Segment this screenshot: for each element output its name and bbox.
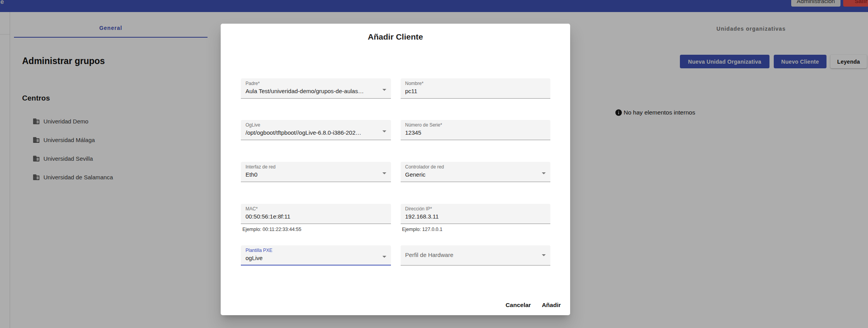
field-value: 00:50:56:1e:8f:11 xyxy=(246,213,381,220)
oglive-select[interactable]: OgLive /opt/ogboot/tftpboot//ogLive-6.8.… xyxy=(241,120,391,140)
serial-number-field[interactable]: Número de Serie* 12345 xyxy=(401,120,551,140)
field-label: MAC* xyxy=(246,206,258,212)
field-placeholder: Perfil de Hardware xyxy=(405,245,453,265)
app-window: e Administración Salir General Administr… xyxy=(0,0,868,328)
parent-select[interactable]: Padre* Aula Test/univeridad-demo/grupos-… xyxy=(241,78,391,99)
mac-hint: Ejemplo: 00:11:22:33:44:55 xyxy=(242,227,301,232)
name-field[interactable]: Nombre* pc11 xyxy=(401,78,551,99)
mac-field[interactable]: MAC* 00:50:56:1e:8f:11 Ejemplo: 00:11:22… xyxy=(241,204,391,224)
field-value: Eth0 xyxy=(246,171,381,178)
hardware-profile-select[interactable]: Perfil de Hardware xyxy=(401,245,551,266)
chevron-down-icon xyxy=(382,89,386,91)
dialog-title: Añadir Cliente xyxy=(221,32,570,42)
field-label: Controlador de red xyxy=(405,164,444,170)
field-label: Nombre* xyxy=(405,81,424,86)
pxe-template-select[interactable]: Plantilla PXE ogLive xyxy=(241,245,391,266)
field-value: 192.168.3.11 xyxy=(405,213,541,220)
field-label: OgLive xyxy=(246,122,260,128)
field-value: /opt/ogboot/tftpboot//ogLive-6.8.0-i386-… xyxy=(246,129,381,136)
cancel-button[interactable]: Cancelar xyxy=(501,298,534,312)
chevron-down-icon xyxy=(542,172,546,174)
network-interface-select[interactable]: Interfaz de red Eth0 xyxy=(241,162,391,182)
chevron-down-icon xyxy=(542,254,546,256)
submit-button[interactable]: Añadir xyxy=(538,298,565,312)
chevron-down-icon xyxy=(382,130,386,132)
network-driver-select[interactable]: Controlador de red Generic xyxy=(401,162,551,182)
field-value: 12345 xyxy=(405,129,541,136)
field-label: Dirección IP* xyxy=(405,206,432,212)
field-value: pc11 xyxy=(405,88,541,94)
field-value: ogLive xyxy=(246,255,381,261)
field-label: Número de Serie* xyxy=(405,122,442,128)
field-label: Plantilla PXE xyxy=(246,248,272,253)
chevron-down-icon xyxy=(382,256,386,258)
field-label: Interfaz de red xyxy=(246,164,275,170)
add-client-dialog: Añadir Cliente Padre* Aula Test/univerid… xyxy=(221,24,570,315)
field-value: Aula Test/univeridad-demo/grupos-de-aula… xyxy=(246,88,381,94)
field-value: Generic xyxy=(405,171,541,178)
dialog-actions: Cancelar Añadir xyxy=(501,298,565,312)
ip-address-field[interactable]: Dirección IP* 192.168.3.11 Ejemplo: 127.… xyxy=(401,204,551,224)
chevron-down-icon xyxy=(382,172,386,174)
ip-hint: Ejemplo: 127.0.0.1 xyxy=(402,227,443,232)
field-label: Padre* xyxy=(246,81,260,86)
